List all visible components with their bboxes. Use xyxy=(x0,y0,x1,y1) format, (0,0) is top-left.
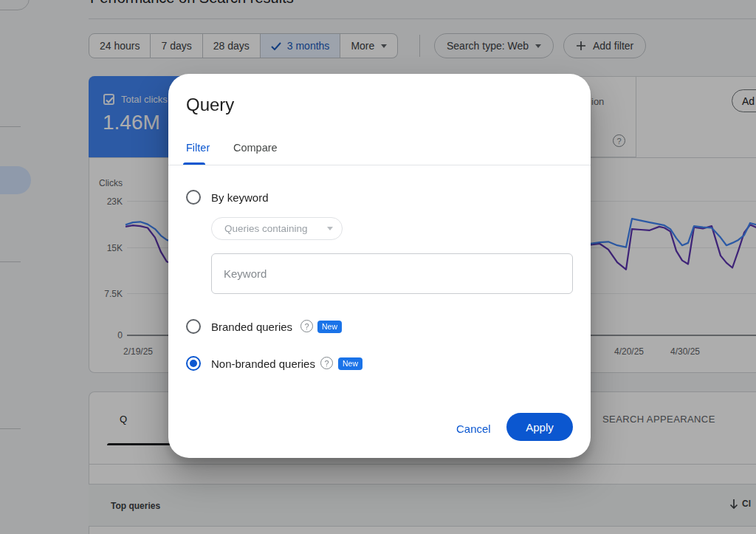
new-badge: New xyxy=(338,357,362,370)
keyword-input[interactable] xyxy=(211,253,573,294)
dialog-title: Query xyxy=(186,95,234,115)
radio-by-keyword-label[interactable]: By keyword xyxy=(211,191,269,204)
apply-button[interactable]: Apply xyxy=(506,413,573,441)
cancel-button[interactable]: Cancel xyxy=(449,418,498,439)
query-operator-dropdown[interactable]: Queries containing xyxy=(211,217,343,240)
radio-non-branded-queries[interactable] xyxy=(186,356,201,371)
help-icon[interactable]: ? xyxy=(320,357,333,369)
dialog-tab-filter[interactable]: Filter xyxy=(186,142,210,154)
query-operator-value: Queries containing xyxy=(224,223,324,234)
radio-non-branded-queries-label[interactable]: Non-branded queries xyxy=(211,357,315,370)
caret-down-icon xyxy=(327,227,333,230)
help-icon[interactable]: ? xyxy=(300,320,313,332)
new-badge: New xyxy=(317,321,342,333)
radio-branded-queries-label[interactable]: Branded queries xyxy=(211,321,292,333)
radio-branded-queries[interactable] xyxy=(186,319,201,334)
dialog-tabs-divider xyxy=(168,165,591,165)
dialog-tab-compare[interactable]: Compare xyxy=(233,142,278,154)
radio-by-keyword[interactable] xyxy=(186,190,201,205)
query-filter-dialog: Query Filter Compare By keyword Queries … xyxy=(168,74,591,458)
